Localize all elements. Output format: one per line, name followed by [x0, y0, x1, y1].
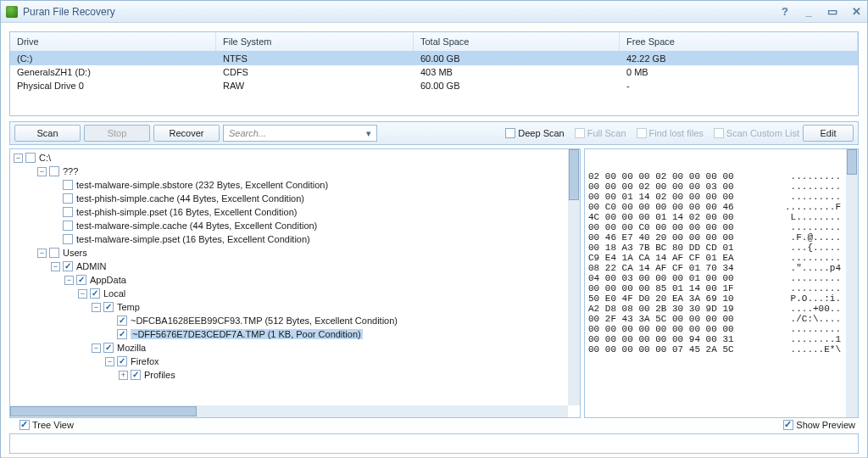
search-input[interactable]: Search... ▾: [223, 125, 377, 142]
file-tree[interactable]: −C:\ −??? test-malware-simple.sbstore (2…: [9, 148, 581, 418]
window-title: Puran File Recovery: [23, 6, 779, 18]
stop-button: Stop: [84, 125, 150, 142]
app-window: Puran File Recovery ? _ ▭ ✕ Drive File S…: [0, 0, 868, 458]
tree-folder[interactable]: ???: [63, 166, 78, 176]
collapse-icon[interactable]: −: [14, 154, 23, 163]
app-icon: [6, 6, 18, 18]
tree-folder[interactable]: Firefox: [131, 356, 159, 366]
checkbox[interactable]: ✓: [131, 370, 141, 380]
collapse-icon[interactable]: −: [37, 249, 47, 258]
checkbox[interactable]: ✓: [117, 356, 127, 366]
tree-folder[interactable]: ADMIN: [76, 261, 106, 271]
minimize-icon[interactable]: _: [803, 5, 815, 18]
tree-folder[interactable]: Local: [103, 288, 125, 299]
checkbox[interactable]: ✓: [76, 275, 86, 285]
tree-file[interactable]: test-phish-simple.cache (44 Bytes, Excel…: [76, 193, 304, 204]
status-bar: [9, 433, 859, 454]
checkbox[interactable]: [63, 193, 73, 204]
drive-list-header: Drive File System Total Space Free Space: [10, 32, 858, 52]
collapse-icon[interactable]: −: [92, 303, 101, 312]
col-header-fs[interactable]: File System: [216, 32, 414, 51]
checkbox[interactable]: [63, 180, 73, 190]
scan-button[interactable]: Scan: [14, 125, 81, 142]
tree-file[interactable]: test-malware-simple.pset (16 Bytes, Exce…: [76, 234, 310, 244]
checkbox[interactable]: [63, 207, 73, 217]
tree-folder-root[interactable]: C:\: [39, 153, 51, 163]
checkbox[interactable]: ✓: [63, 261, 73, 271]
collapse-icon[interactable]: −: [64, 276, 74, 285]
drive-list: Drive File System Total Space Free Space…: [9, 31, 859, 116]
col-header-drive[interactable]: Drive: [10, 32, 216, 51]
help-icon[interactable]: ?: [779, 5, 791, 18]
tree-folder[interactable]: Users: [63, 248, 87, 258]
collapse-icon[interactable]: −: [51, 262, 60, 271]
checkbox[interactable]: ✓: [117, 316, 127, 326]
vertical-scrollbar[interactable]: [846, 149, 858, 417]
checkbox[interactable]: ✓: [103, 302, 114, 312]
collapse-icon[interactable]: −: [78, 289, 87, 299]
checkbox[interactable]: ✓: [103, 343, 114, 353]
tree-file-selected[interactable]: ~DFF5676E7DE3CEDF7A.TMP (1 KB, Poor Cond…: [131, 329, 363, 339]
checkbox[interactable]: [49, 166, 59, 176]
full-scan-checkbox: Full Scan: [575, 128, 626, 138]
drive-row[interactable]: GeneralsZH1 (D:) CDFS 403 MB 0 MB: [10, 65, 858, 79]
titlebar: Puran File Recovery ? _ ▭ ✕: [1, 1, 867, 23]
find-lost-files-checkbox: Find lost files: [637, 128, 704, 138]
checkbox[interactable]: ✓: [90, 288, 100, 299]
drive-row[interactable]: Physical Drive 0 RAW 60.00 GB -: [10, 79, 858, 92]
recover-button[interactable]: Recover: [153, 125, 220, 142]
tree-folder[interactable]: Mozilla: [117, 343, 146, 353]
hex-preview: 02 00 00 00 02 00 00 00 00.........00 00…: [584, 148, 859, 418]
drive-row[interactable]: (C:) NTFS 60.00 GB 42.22 GB: [10, 52, 858, 65]
horizontal-scrollbar[interactable]: [10, 405, 568, 417]
tree-folder[interactable]: Temp: [117, 302, 140, 312]
search-placeholder: Search...: [229, 128, 266, 138]
maximize-icon[interactable]: ▭: [826, 5, 838, 18]
col-header-total[interactable]: Total Space: [414, 32, 620, 51]
expand-icon[interactable]: +: [119, 371, 128, 380]
tree-folder[interactable]: AppData: [90, 275, 126, 285]
checkbox[interactable]: [63, 234, 73, 244]
tree-folder[interactable]: Profiles: [144, 370, 175, 380]
checkbox[interactable]: ✓: [117, 329, 127, 339]
checkbox[interactable]: [63, 221, 73, 231]
col-header-free[interactable]: Free Space: [620, 32, 858, 51]
deep-scan-checkbox[interactable]: Deep Scan: [505, 128, 564, 138]
view-options: ✓Tree View ✓Show Preview: [9, 418, 859, 432]
toolbar: Scan Stop Recover Search... ▾ Deep Scan …: [9, 121, 859, 145]
edit-button[interactable]: Edit: [803, 125, 854, 142]
tree-file[interactable]: test-malware-simple.cache (44 Bytes, Exc…: [76, 221, 317, 231]
close-icon[interactable]: ✕: [850, 5, 862, 18]
collapse-icon[interactable]: −: [37, 167, 47, 176]
collapse-icon[interactable]: −: [92, 344, 101, 353]
tree-file[interactable]: test-malware-simple.sbstore (232 Bytes, …: [76, 180, 328, 190]
chevron-down-icon[interactable]: ▾: [363, 128, 375, 139]
checkbox[interactable]: [25, 153, 36, 163]
vertical-scrollbar[interactable]: [568, 149, 580, 405]
scan-custom-list-checkbox: Scan Custom List: [714, 128, 799, 138]
tree-file[interactable]: test-phish-simple.pset (16 Bytes, Excell…: [76, 207, 297, 217]
show-preview-checkbox[interactable]: ✓Show Preview: [783, 420, 855, 430]
checkbox[interactable]: [49, 248, 59, 258]
tree-file[interactable]: ~DFCBA1628EEB99CF93.TMP (512 Bytes, Exce…: [131, 316, 398, 326]
collapse-icon[interactable]: −: [105, 357, 114, 366]
tree-view-checkbox[interactable]: ✓Tree View: [19, 420, 74, 430]
